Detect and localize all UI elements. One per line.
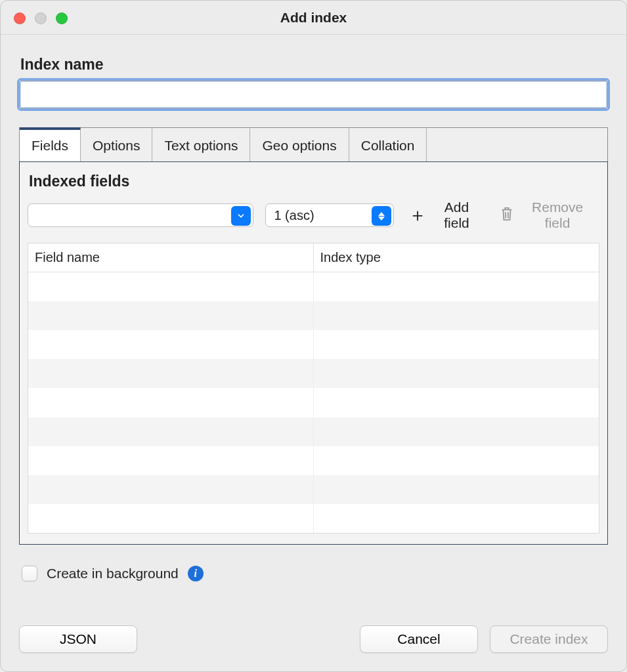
col-index-type[interactable]: Index type xyxy=(314,243,599,272)
cell-index-type xyxy=(314,475,599,504)
cell-field-name xyxy=(28,272,314,301)
titlebar: Add index xyxy=(1,1,626,35)
zoom-window-button[interactable] xyxy=(56,12,68,24)
dialog-footer: JSON Cancel Create index xyxy=(1,610,626,671)
cell-index-type xyxy=(314,504,599,533)
add-field-label: Add field xyxy=(431,200,483,231)
cell-field-name xyxy=(28,359,314,388)
traffic-lights xyxy=(14,12,68,24)
tab-geo-options[interactable]: Geo options xyxy=(250,128,349,161)
cell-index-type xyxy=(314,359,599,388)
create-in-background-checkbox[interactable] xyxy=(22,566,37,581)
cell-index-type xyxy=(314,330,599,359)
tab-text-options[interactable]: Text options xyxy=(152,128,250,161)
remove-field-label: Remove field xyxy=(518,200,597,231)
content-area: Index name Fields Options Text options G… xyxy=(1,35,626,610)
indexed-fields-heading: Indexed fields xyxy=(29,173,599,190)
table-row[interactable] xyxy=(28,330,599,359)
cell-field-name xyxy=(28,417,314,446)
cell-field-name xyxy=(28,330,314,359)
col-field-name[interactable]: Field name xyxy=(28,243,314,272)
table-row[interactable] xyxy=(28,446,599,475)
cell-index-type xyxy=(314,388,599,417)
index-order-select[interactable]: 1 (asc) xyxy=(265,203,393,227)
cell-field-name xyxy=(28,475,314,504)
add-index-dialog: Add index Index name Fields Options Text… xyxy=(0,0,627,672)
table-body xyxy=(28,272,599,533)
create-in-background-label: Create in background xyxy=(47,566,179,581)
table-row[interactable] xyxy=(28,504,599,533)
tab-bar: Fields Options Text options Geo options … xyxy=(19,127,608,161)
close-window-button[interactable] xyxy=(14,12,26,24)
create-index-button[interactable]: Create index xyxy=(490,625,608,653)
index-name-label: Index name xyxy=(20,56,608,74)
tab-options[interactable]: Options xyxy=(81,128,152,161)
table-row[interactable] xyxy=(28,301,599,330)
table-header: Field name Index type xyxy=(28,243,599,272)
field-name-select[interactable] xyxy=(28,203,253,227)
background-option-row: Create in background i xyxy=(19,545,608,581)
indexed-fields-table: Field name Index type xyxy=(28,243,599,534)
cell-field-name xyxy=(28,504,314,533)
cell-field-name xyxy=(28,301,314,330)
cell-index-type xyxy=(314,417,599,446)
json-button[interactable]: JSON xyxy=(19,625,137,653)
plus-icon: ＋ xyxy=(408,206,427,224)
tab-fields[interactable]: Fields xyxy=(20,127,81,161)
tab-collation[interactable]: Collation xyxy=(349,128,427,161)
field-controls-row: 1 (asc) ＋ Add field R xyxy=(28,200,599,231)
add-field-button[interactable]: ＋ Add field xyxy=(406,200,486,231)
info-icon[interactable]: i xyxy=(188,566,204,581)
table-row[interactable] xyxy=(28,272,599,301)
cell-field-name xyxy=(28,446,314,475)
index-name-input[interactable] xyxy=(19,80,608,109)
table-row[interactable] xyxy=(28,359,599,388)
cell-index-type xyxy=(314,272,599,301)
remove-field-button[interactable]: Remove field xyxy=(497,200,599,231)
minimize-window-button[interactable] xyxy=(35,12,47,24)
window-title: Add index xyxy=(280,10,347,26)
cell-field-name xyxy=(28,388,314,417)
cancel-button[interactable]: Cancel xyxy=(360,625,478,653)
table-row[interactable] xyxy=(28,388,599,417)
chevron-down-icon xyxy=(231,206,251,226)
trash-icon xyxy=(500,205,514,226)
updown-icon xyxy=(372,206,391,226)
cell-index-type xyxy=(314,446,599,475)
fields-panel: Indexed fields 1 (asc) ＋ Add field xyxy=(19,161,608,545)
index-order-select-value: 1 (asc) xyxy=(274,208,314,223)
table-row[interactable] xyxy=(28,475,599,504)
table-row[interactable] xyxy=(28,417,599,446)
cell-index-type xyxy=(314,301,599,330)
